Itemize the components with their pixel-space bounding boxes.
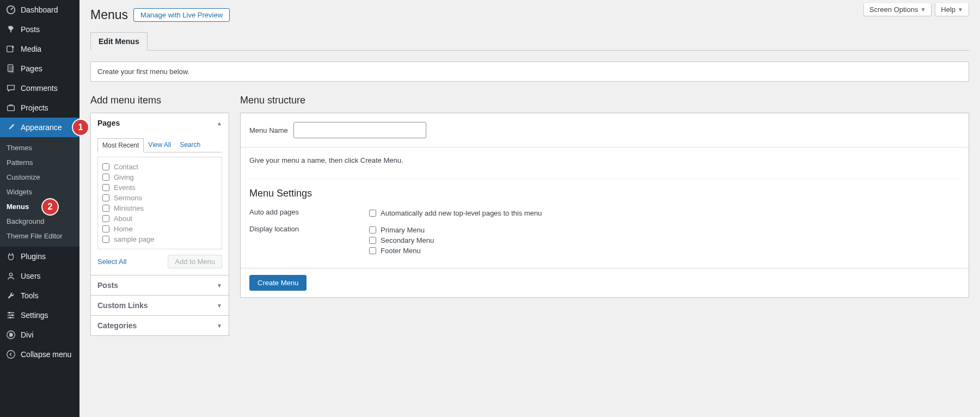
submenu-themes[interactable]: Themes [0, 140, 79, 155]
location-option[interactable]: Secondary Menu [369, 235, 434, 246]
submenu-patterns[interactable]: Patterns [0, 155, 79, 170]
auto-add-checkbox[interactable] [369, 210, 376, 217]
page-checkbox-row[interactable]: Contact [102, 162, 217, 172]
page-checkbox[interactable] [102, 184, 109, 191]
sidebar-item-media[interactable]: Media [0, 39, 79, 59]
location-checkbox[interactable] [369, 247, 376, 254]
sidebar-item-appearance[interactable]: Appearance 1 [0, 118, 79, 137]
top-right-controls: Screen Options ▼ Help ▼ [863, 3, 969, 16]
tab-view-all[interactable]: View All [144, 138, 175, 152]
location-checkbox[interactable] [369, 237, 376, 244]
page-label: Home [114, 225, 133, 233]
location-checkbox[interactable] [369, 226, 376, 234]
caret-down-icon: ▼ [958, 7, 963, 13]
sidebar-item-projects[interactable]: Projects [0, 98, 79, 118]
brush-icon [5, 122, 16, 133]
page-checkbox-row[interactable]: Sermons [102, 193, 217, 203]
page-checkbox-row[interactable]: About [102, 213, 217, 224]
page-label: Sermons [114, 194, 142, 202]
help-button[interactable]: Help ▼ [935, 3, 969, 16]
add-to-menu-button[interactable]: Add to Menu [168, 255, 222, 268]
chevron-down-icon: ▼ [217, 283, 222, 289]
submenu-theme-file-editor[interactable]: Theme File Editor [0, 229, 79, 243]
help-label: Help [941, 5, 955, 14]
sidebar-label: Tools [21, 291, 39, 300]
tab-edit-menus[interactable]: Edit Menus [90, 32, 148, 51]
page-checkbox-row[interactable]: Events [102, 182, 217, 193]
sidebar-item-pages[interactable]: Pages [0, 59, 79, 78]
accordion-pages-header[interactable]: Pages ▲ [91, 113, 229, 133]
tab-search[interactable]: Search [175, 138, 205, 152]
page-checkbox[interactable] [102, 215, 109, 222]
sidebar-item-dashboard[interactable]: Dashboard [0, 0, 79, 20]
pages-inner-tabs: Most Recent View All Search [97, 138, 222, 152]
page-checkbox-row[interactable]: Ministries [102, 203, 217, 213]
submenu-customize[interactable]: Customize [0, 170, 79, 185]
page-title: Menus [90, 8, 128, 22]
accordion-categories-header[interactable]: Categories ▼ [91, 316, 229, 335]
page-checkbox[interactable] [102, 194, 109, 201]
notice: Create your first menu below. [90, 62, 969, 82]
page-checkbox[interactable] [102, 236, 109, 243]
svg-rect-4 [9, 66, 14, 73]
admin-sidebar: Dashboard Posts Media Pages Comments Pro… [0, 0, 79, 417]
page-label: sample page [114, 235, 154, 243]
submenu-menus[interactable]: Menus 2 [0, 199, 79, 214]
create-menu-button[interactable]: Create Menu [249, 275, 307, 291]
sidebar-label: Pages [21, 64, 42, 73]
page-checkbox[interactable] [102, 205, 109, 212]
chevron-down-icon: ▼ [217, 303, 222, 309]
comment-icon [5, 83, 16, 94]
wrench-icon [5, 290, 16, 301]
submenu-widgets[interactable]: Widgets [0, 185, 79, 199]
live-preview-button[interactable]: Manage with Live Preview [133, 8, 230, 22]
page-checkbox-row[interactable]: sample page [102, 234, 217, 244]
menu-hint: Give your menu a name, then click Create… [241, 148, 969, 173]
tab-most-recent[interactable]: Most Recent [97, 138, 144, 152]
svg-point-6 [9, 273, 12, 276]
page-checkbox[interactable] [102, 163, 109, 170]
page-label: Contact [114, 163, 138, 171]
chevron-up-icon: ▲ [217, 120, 222, 126]
svg-rect-5 [8, 106, 15, 111]
user-icon [5, 271, 16, 281]
page-checkbox[interactable] [102, 225, 109, 232]
sidebar-item-posts[interactable]: Posts [0, 20, 79, 39]
page-checkbox-row[interactable]: Home [102, 224, 217, 234]
sliders-icon [5, 310, 16, 321]
sidebar-item-collapse[interactable]: Collapse menu [0, 345, 79, 364]
accordion-title: Categories [97, 321, 137, 330]
sidebar-item-settings[interactable]: Settings [0, 305, 79, 325]
location-option[interactable]: Footer Menu [369, 246, 434, 256]
page-checkbox-row[interactable]: Giving [102, 172, 217, 182]
accordion-posts-header[interactable]: Posts ▼ [91, 275, 229, 295]
display-location-label: Display location [249, 225, 369, 233]
accordion-title: Pages [97, 119, 120, 127]
accordion-posts: Posts ▼ [90, 275, 229, 296]
pages-icon [5, 63, 16, 74]
sidebar-item-comments[interactable]: Comments [0, 78, 79, 98]
svg-point-7 [9, 312, 11, 314]
sidebar-item-divi[interactable]: Divi [0, 325, 79, 345]
menu-name-input[interactable] [293, 122, 426, 138]
select-all-link[interactable]: Select All [97, 257, 126, 266]
sidebar-label: Plugins [21, 252, 46, 261]
divi-icon [5, 329, 16, 340]
sidebar-item-plugins[interactable]: Plugins [0, 247, 79, 266]
submenu-background[interactable]: Background [0, 214, 79, 229]
sidebar-label: Users [21, 272, 41, 280]
sidebar-item-users[interactable]: Users [0, 266, 79, 286]
page-checkbox[interactable] [102, 174, 109, 181]
location-option[interactable]: Primary Menu [369, 225, 434, 235]
screen-options-button[interactable]: Screen Options ▼ [863, 3, 932, 16]
svg-point-9 [9, 317, 11, 319]
auto-add-option[interactable]: Automatically add new top-level pages to… [369, 208, 542, 218]
svg-point-11 [7, 351, 15, 358]
step-badge-2: 2 [42, 199, 58, 214]
svg-point-8 [11, 314, 14, 316]
sidebar-item-tools[interactable]: Tools [0, 286, 79, 305]
accordion-title: Custom Links [97, 301, 148, 310]
menu-name-label: Menu Name [249, 126, 288, 134]
accordion-custom-links-header[interactable]: Custom Links ▼ [91, 296, 229, 315]
menu-settings-heading: Menu Settings [249, 179, 960, 199]
